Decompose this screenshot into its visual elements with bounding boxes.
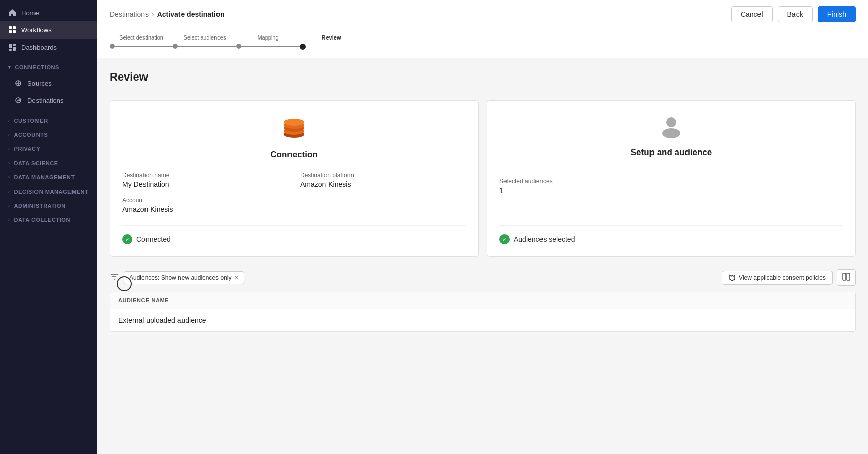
svg-point-16 (662, 128, 680, 138)
destinations-icon (14, 96, 22, 104)
svg-rect-5 (13, 44, 16, 46)
topbar: Destinations › Activate destination Canc… (97, 0, 868, 28)
step-label-0: Select destination (119, 34, 163, 41)
chevron-right-icon-data-management: › (8, 175, 10, 180)
filter-right: View applicable consent policies (722, 269, 856, 286)
destination-platform-label: Destination platform (300, 172, 466, 179)
sidebar-item-dashboards[interactable]: Dashboards (0, 39, 97, 56)
account-label: Account (122, 197, 288, 204)
step-dot-0 (110, 44, 115, 49)
kinesis-icon (280, 113, 308, 143)
sidebar-section-data-management[interactable]: › DATA MANAGEMENT (0, 170, 97, 184)
setup-card-fields: Selected audiences 1 (499, 170, 843, 213)
selected-audiences-value: 1 (499, 186, 843, 195)
person-icon (658, 113, 684, 141)
sidebar-section-privacy[interactable]: › PRIVACY (0, 142, 97, 156)
sidebar-section-decision-management[interactable]: › DECISION MANAGEMENT (0, 184, 97, 199)
account-value: Amazon Kinesis (122, 205, 288, 213)
filter-tag-remove[interactable]: × (234, 274, 238, 282)
sidebar-section-connections[interactable]: ▾ CONNECTIONS (0, 60, 97, 74)
filter-icon[interactable] (110, 274, 119, 283)
content-area: Review (97, 58, 868, 454)
svg-rect-17 (843, 273, 846, 280)
destinations-label: Destinations (27, 97, 64, 104)
step-line-1 (178, 46, 236, 47)
data-collection-section-label: DATA COLLECTION (14, 217, 70, 223)
step-review: Review (300, 34, 363, 50)
sidebar-item-home[interactable]: Home (0, 4, 97, 21)
connection-card-title: Connection (270, 149, 318, 160)
finish-button[interactable]: Finish (818, 6, 856, 22)
svg-rect-6 (13, 47, 16, 51)
svg-rect-4 (9, 44, 12, 48)
topbar-actions: Cancel Back Finish (731, 6, 856, 22)
sidebar-section-customer[interactable]: › CUSTOMER (0, 114, 97, 128)
selected-audiences-label: Selected audiences (499, 178, 843, 185)
connection-card-fields: Destination name My Destination Destinat… (122, 172, 466, 213)
chevron-right-icon-data-collection: › (8, 217, 10, 222)
svg-rect-0 (9, 26, 12, 29)
connection-card-footer: ✓ Connected (122, 225, 466, 244)
table-row: External uploaded audience (110, 309, 855, 331)
customer-section-label: CUSTOMER (14, 118, 48, 124)
connected-check-icon: ✓ (122, 234, 132, 244)
sidebar-dashboards-label: Dashboards (21, 44, 57, 51)
step-dot-3 (300, 44, 306, 50)
destination-platform-group: Destination platform Amazon Kinesis (300, 172, 466, 188)
audience-table: AUDIENCE NAME External uploaded audience (110, 292, 856, 332)
sidebar-section-data-science[interactable]: › DATA SCIENCE (0, 156, 97, 170)
setup-card-footer: ✓ Audiences selected (499, 225, 843, 244)
account-group: Account Amazon Kinesis (122, 197, 288, 213)
connected-status: Connected (136, 235, 171, 243)
svg-rect-18 (847, 273, 850, 280)
chevron-right-icon-customer: › (8, 118, 10, 123)
destination-name-value: My Destination (122, 180, 288, 188)
sources-icon (14, 79, 22, 87)
review-divider (110, 88, 378, 88)
breadcrumb: Destinations › Activate destination (110, 10, 225, 18)
breadcrumb-separator: › (152, 10, 154, 18)
sidebar-item-destinations[interactable]: Destinations (0, 92, 97, 109)
step-select-audiences: Select audiences (173, 34, 236, 49)
sidebar-item-workflows[interactable]: Workflows (0, 21, 97, 39)
selected-audiences-group: Selected audiences 1 (499, 178, 843, 195)
chevron-right-icon-administration: › (8, 203, 10, 208)
step-label-3: Review (322, 34, 341, 41)
setup-card-title: Setup and audience (631, 147, 712, 158)
cards-row: Connection Destination name My Destinati… (110, 100, 856, 257)
filter-tag: Audiences: Show new audiences only × (124, 271, 244, 284)
destination-platform-value: Amazon Kinesis (300, 180, 466, 188)
sidebar-section-data-collection[interactable]: › DATA COLLECTION (0, 213, 97, 227)
chevron-right-icon-data-science: › (8, 161, 10, 166)
svg-rect-2 (9, 30, 12, 33)
columns-button[interactable] (837, 269, 856, 286)
audience-name-header: AUDIENCE NAME (118, 297, 169, 304)
back-button[interactable]: Back (778, 6, 813, 22)
administration-section-label: ADMINISTRATION (14, 203, 66, 209)
destination-name-group: Destination name My Destination (122, 172, 288, 188)
dashboards-icon (8, 43, 16, 51)
breadcrumb-parent[interactable]: Destinations (110, 10, 149, 18)
connection-card: Connection Destination name My Destinati… (110, 100, 479, 257)
consent-policies-button[interactable]: View applicable consent policies (722, 271, 833, 285)
filter-icon-wrapper (110, 272, 119, 283)
step-mapping: Mapping (236, 34, 300, 49)
consent-btn-label: View applicable consent policies (739, 274, 826, 281)
cancel-button[interactable]: Cancel (731, 6, 773, 22)
data-management-section-label: DATA MANAGEMENT (14, 174, 75, 180)
main-content: Destinations › Activate destination Canc… (97, 0, 868, 454)
sidebar-section-administration[interactable]: › ADMINISTRATION (0, 199, 97, 213)
connections-section-label: CONNECTIONS (15, 64, 59, 70)
setup-card-header: Setup and audience (499, 113, 843, 158)
sidebar-item-sources[interactable]: Sources (0, 74, 97, 92)
step-dot-2 (236, 44, 241, 49)
sidebar-section-accounts[interactable]: › ACCOUNTS (0, 128, 97, 142)
step-line-0 (115, 46, 173, 47)
audiences-check-icon: ✓ (499, 234, 510, 244)
data-science-section-label: DATA SCIENCE (14, 160, 58, 166)
svg-point-14 (284, 119, 304, 126)
chevron-right-icon-decision-management: › (8, 189, 10, 194)
sidebar-workflows-label: Workflows (21, 26, 52, 34)
decision-management-section-label: DECISION MANAGEMENT (14, 188, 89, 195)
svg-rect-1 (13, 26, 16, 29)
